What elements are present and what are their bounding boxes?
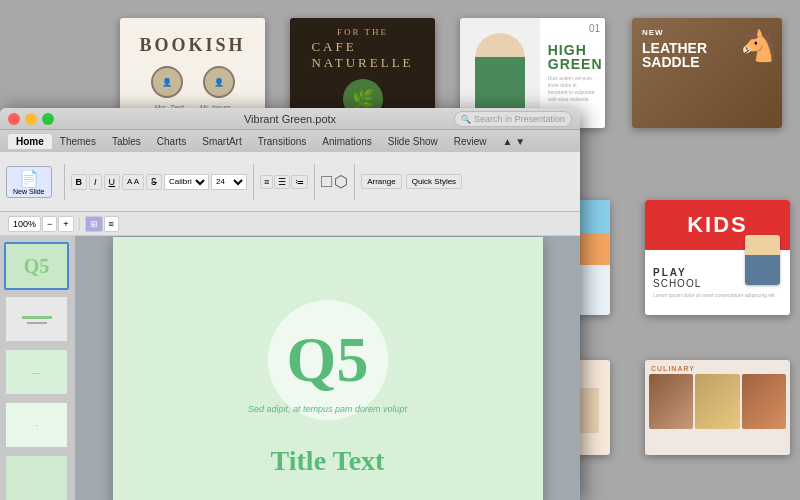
tab-charts[interactable]: Charts — [149, 134, 194, 149]
underline-button[interactable]: U — [104, 174, 121, 190]
slide-circle: Q5 — [268, 300, 388, 420]
zoom-in-button[interactable]: + — [58, 216, 73, 232]
textbox-button[interactable]: □ — [321, 171, 332, 192]
thumb-culinary[interactable]: Culinary Culinary — [645, 360, 790, 455]
slide-thumb-2[interactable] — [4, 295, 69, 343]
slide-thumb-5[interactable] — [4, 454, 69, 500]
slide-2-container: 2 — [4, 295, 71, 343]
titlebar: Vibrant Green.potx 🔍 Search in Presentat… — [0, 108, 580, 130]
slide-thumb-inner-5 — [6, 456, 67, 500]
slide-1-container: 1 Q5 — [4, 242, 71, 290]
search-icon: 🔍 — [461, 115, 471, 124]
zoom-display: 100% — [8, 216, 41, 232]
ppt-window: Vibrant Green.potx 🔍 Search in Presentat… — [0, 108, 580, 500]
minimize-button[interactable] — [25, 113, 37, 125]
maximize-button[interactable] — [42, 113, 54, 125]
divider3 — [314, 164, 315, 200]
view-normal-button[interactable]: ⊞ — [85, 216, 103, 232]
slide-3-container: 3 — — [4, 348, 71, 396]
slide-panel: 1 Q5 2 3 — — [0, 236, 75, 500]
thumb-leather[interactable]: NEW LEATHERSADDLE 🐴 Leather Saddle — [632, 18, 782, 128]
bookish-avatars: 👤 👤 — [151, 66, 235, 98]
align-left-button[interactable]: ≡ — [260, 175, 273, 189]
close-button[interactable] — [8, 113, 20, 125]
kids-photo — [745, 235, 780, 285]
kids-text: KIDS — [687, 212, 748, 238]
tab-home[interactable]: Home — [8, 134, 52, 149]
strikethrough-button[interactable]: S̶ — [146, 174, 162, 190]
kids-small: Lorem ipsum dolor sit amet consectetuer … — [653, 292, 775, 298]
window-title: Vibrant Green.potx — [244, 113, 336, 125]
divider2 — [253, 164, 254, 200]
divider4 — [354, 164, 355, 200]
slide-thumb-inner-4: · — [6, 403, 67, 447]
tab-themes[interactable]: Themes — [52, 134, 104, 149]
new-slide-label: New Slide — [13, 188, 45, 195]
new-slide-button[interactable]: 📄 New Slide — [6, 166, 52, 198]
hg-person — [475, 33, 525, 113]
tab-view[interactable]: ▲ ▼ — [495, 134, 534, 149]
slide-thumb-inner-2 — [6, 297, 67, 341]
ribbon-tabs: Home Themes Tables Charts SmartArt Trans… — [0, 130, 580, 152]
shapes-button[interactable]: ⬡ — [334, 172, 348, 191]
search-bar[interactable]: 🔍 Search in Presentation — [454, 111, 572, 127]
kids-school: SCHOOL — [653, 278, 701, 289]
slide-5-container: 5 — [4, 454, 71, 500]
font-family-select[interactable]: Calibri — [164, 174, 209, 190]
hg-number: 01 — [589, 23, 600, 34]
tab-tables[interactable]: Tables — [104, 134, 149, 149]
culinary-label: Culinary — [645, 360, 790, 374]
arrange-tools: Arrange Quick Styles — [361, 174, 462, 189]
slide-thumb-inner-1: Q5 — [6, 244, 67, 288]
new-slide-icon: 📄 — [19, 169, 39, 188]
culinary-photo3 — [742, 374, 786, 429]
leather-new-badge: NEW — [642, 28, 664, 37]
slide-canvas[interactable]: Q5 Sed adipit, at tempus pam dorem volup… — [113, 237, 543, 500]
tool-divider — [79, 217, 80, 231]
arrange-button[interactable]: Arrange — [361, 174, 401, 189]
slide-thumb-1[interactable]: Q5 — [4, 242, 69, 290]
bold-button[interactable]: B — [71, 174, 88, 190]
new-slide-section: 📄 New Slide — [6, 166, 52, 198]
tab-slideshow[interactable]: Slide Show — [380, 134, 446, 149]
kids-play: PLAY — [653, 267, 687, 278]
fontsize-button[interactable]: A A — [122, 174, 144, 190]
zoom-out-button[interactable]: − — [42, 216, 57, 232]
tool-row: 100% − + ⊞ ≡ — [0, 212, 580, 236]
kids-bottom: PLAY SCHOOL Lorem ipsum dolor sit amet c… — [645, 250, 790, 315]
bullet-button[interactable]: ≔ — [291, 175, 308, 189]
view-outline-button[interactable]: ≡ — [104, 216, 119, 232]
align-center-button[interactable]: ☰ — [274, 175, 290, 189]
bookish-title: BOOKISH — [139, 35, 245, 56]
font-tools: B I U A A S̶ Calibri 24 — [71, 174, 248, 190]
font-size-select[interactable]: 24 — [211, 174, 247, 190]
slide-4-container: 4 · — [4, 401, 71, 449]
slide-q5: Q5 — [287, 323, 369, 397]
quick-styles-button[interactable]: Quick Styles — [406, 174, 462, 189]
slide-subtext-content: Sed adipit, at tempus pam dorem volupt — [248, 404, 407, 414]
italic-button[interactable]: I — [89, 174, 102, 190]
traffic-lights — [8, 113, 54, 125]
cafe-for-text: FOR THE — [337, 27, 388, 37]
slide-q5-thumb: Q5 — [24, 255, 50, 278]
tab-review[interactable]: Review — [446, 134, 495, 149]
ppt-main-area: 1 Q5 2 3 — — [0, 236, 580, 500]
slide-thumb-4[interactable]: · — [4, 401, 69, 449]
culinary-photos — [645, 374, 790, 429]
slide-thumb-3[interactable]: — — [4, 348, 69, 396]
slide-title: Title Text — [271, 445, 385, 477]
slide-subtext: Sed adipit, at tempus pam dorem volupt — [248, 404, 407, 414]
hg-title: HIGHGREEN — [548, 43, 597, 71]
horse-icon: 🐴 — [740, 28, 777, 63]
thumb-kids[interactable]: KIDS PLAY SCHOOL Lorem ipsum dolor sit a… — [645, 200, 790, 315]
para-tools: ≡ ☰ ≔ — [260, 175, 308, 189]
insert-tools: □ ⬡ — [321, 171, 348, 192]
tab-smartart[interactable]: SmartArt — [194, 134, 249, 149]
search-placeholder: Search in Presentation — [474, 114, 565, 124]
tab-animations[interactable]: Animations — [314, 134, 379, 149]
tab-transitions[interactable]: Transitions — [250, 134, 315, 149]
divider1 — [64, 164, 65, 200]
slide2-bar2 — [27, 322, 47, 324]
avatar-1: 👤 — [151, 66, 183, 98]
culinary-photo1 — [649, 374, 693, 429]
